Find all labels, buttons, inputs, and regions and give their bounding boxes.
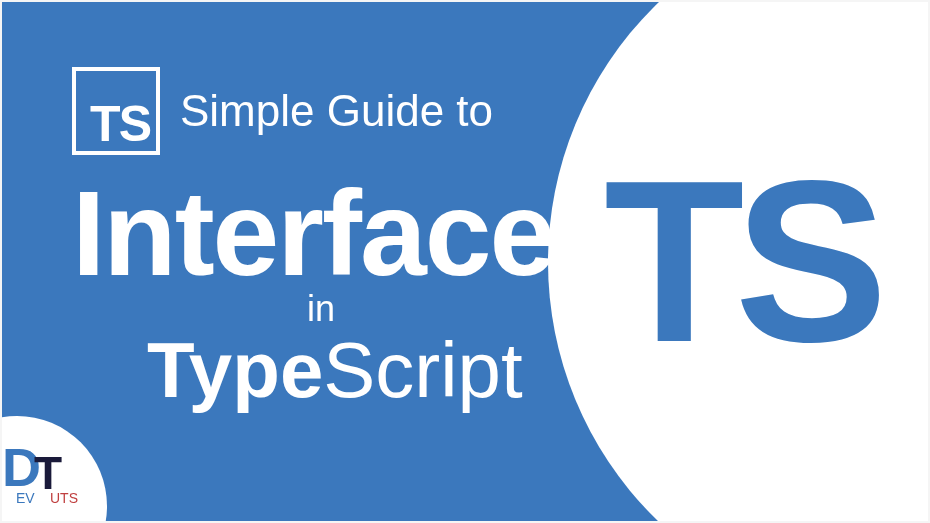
top-row: TS Simple Guide to bbox=[72, 67, 554, 155]
type-part: Type bbox=[147, 326, 323, 414]
logo-ev-text: EV bbox=[16, 490, 35, 506]
devtuts-logo: D T EV UTS bbox=[2, 444, 82, 514]
logo-uts-text: UTS bbox=[50, 490, 78, 506]
typescript-wordmark: TypeScript bbox=[147, 325, 554, 416]
bottom-left-circle: D T EV UTS bbox=[2, 416, 107, 521]
script-part: Script bbox=[323, 326, 522, 414]
guide-text: Simple Guide to bbox=[180, 86, 493, 136]
ts-box-label: TS bbox=[90, 102, 150, 147]
interface-title: Interface bbox=[72, 170, 554, 296]
banner-frame: TS TS Simple Guide to Interface in TypeS… bbox=[2, 2, 928, 521]
headline-block: TS Simple Guide to Interface in TypeScri… bbox=[72, 67, 554, 416]
typescript-icon: TS bbox=[72, 67, 160, 155]
large-ts-mark: TS bbox=[604, 147, 878, 377]
